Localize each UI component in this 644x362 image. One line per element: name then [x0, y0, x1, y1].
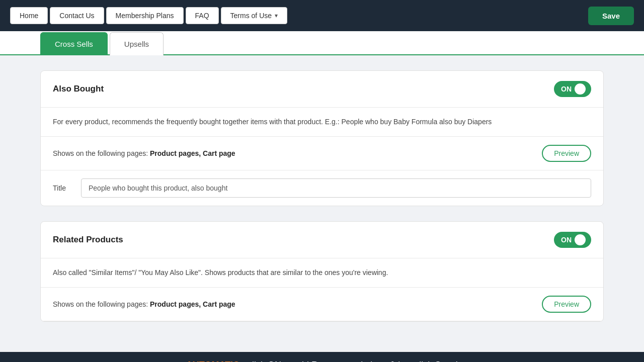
nav-membership[interactable]: Membership Plans: [106, 7, 184, 24]
tabs-row: Cross Sells Upsells: [40, 31, 604, 54]
related-products-toggle-container: ON: [554, 232, 591, 248]
nav-faq[interactable]: FAQ: [186, 7, 219, 24]
tab-cross-sells[interactable]: Cross Sells: [40, 32, 108, 55]
also-bought-title-input[interactable]: [81, 178, 591, 198]
also-bought-description: For every product, recommends the freque…: [41, 108, 603, 137]
also-bought-title-row: Title: [41, 170, 603, 206]
save-button[interactable]: Save: [588, 7, 634, 25]
also-bought-pages-label: Shows on the following pages: Product pa…: [53, 149, 235, 157]
also-bought-title-field-label: Title: [53, 184, 71, 192]
tabs-section: Cross Sells Upsells: [0, 31, 644, 55]
also-bought-pages-value: Product pages, Cart page: [150, 149, 235, 157]
nav-contact[interactable]: Contact Us: [50, 7, 104, 24]
related-products-toggle[interactable]: ON: [554, 232, 591, 248]
also-bought-toggle-label: ON: [561, 85, 572, 93]
related-products-preview-button[interactable]: Preview: [542, 296, 591, 313]
also-bought-preview-button[interactable]: Preview: [542, 145, 591, 162]
toggle-circle-icon: [575, 234, 586, 245]
nav-terms-label: Terms of Use: [230, 12, 272, 20]
top-navigation: Home Contact Us Membership Plans FAQ Ter…: [0, 0, 644, 31]
nav-terms[interactable]: Terms of Use ▾: [221, 7, 287, 24]
chevron-down-icon: ▾: [275, 12, 278, 19]
toggle-circle-icon: [575, 83, 586, 95]
main-content: Also Bought ON For every product, recomm…: [0, 55, 644, 352]
related-products-pages-label: Shows on the following pages: Product pa…: [53, 300, 235, 308]
related-products-title: Related Products: [53, 235, 123, 245]
related-products-pages-row: Shows on the following pages: Product pa…: [41, 288, 603, 321]
also-bought-toggle-container: ON: [554, 81, 591, 97]
related-products-pages-value: Product pages, Cart page: [150, 300, 235, 308]
also-bought-card: Also Bought ON For every product, recomm…: [40, 70, 604, 206]
nav-home[interactable]: Home: [10, 7, 48, 24]
bottom-banner: AUTOMATIC - click ON to add Recommendati…: [0, 352, 644, 362]
banner-text: - click ON to add Recommendations & just…: [239, 360, 458, 362]
also-bought-toggle[interactable]: ON: [554, 81, 591, 97]
related-products-header: Related Products ON: [41, 222, 603, 258]
related-products-toggle-label: ON: [561, 236, 572, 244]
also-bought-title: Also Bought: [53, 84, 104, 94]
banner-highlight: AUTOMATIC: [186, 360, 239, 362]
also-bought-pages-row: Shows on the following pages: Product pa…: [41, 137, 603, 170]
tab-upsells[interactable]: Upsells: [110, 32, 164, 55]
related-products-description: Also called "Similar Items"/ "You May Al…: [41, 258, 603, 288]
also-bought-header: Also Bought ON: [41, 71, 603, 108]
related-products-card: Related Products ON Also called "Similar…: [40, 221, 604, 322]
